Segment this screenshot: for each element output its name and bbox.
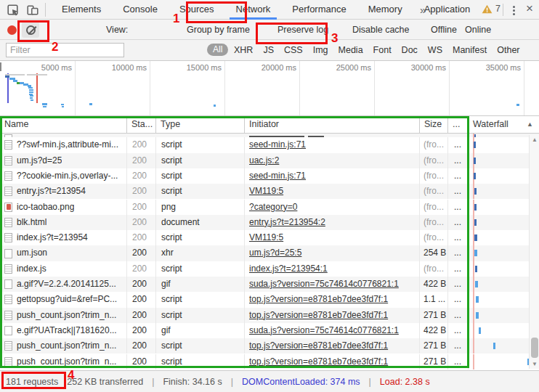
time-cell[interactable]: ... bbox=[448, 292, 469, 307]
sort-ascending-icon[interactable]: ▲ bbox=[527, 116, 533, 133]
request-name-cell[interactable]: e.gif?UATrack||7181620... bbox=[0, 323, 127, 338]
request-name-cell[interactable]: ico-taobao.png bbox=[0, 200, 127, 215]
filter-type-media[interactable]: Media bbox=[339, 45, 363, 55]
time-cell[interactable]: ... bbox=[448, 230, 469, 245]
initiator-cell[interactable]: top.js?version=e8781eb7dee3fd7f:1 bbox=[245, 308, 420, 323]
time-cell[interactable]: ... bbox=[448, 245, 469, 261]
type-cell[interactable]: script bbox=[156, 137, 245, 152]
tab-sources[interactable]: Sources bbox=[169, 0, 225, 20]
time-cell[interactable]: ... bbox=[448, 153, 469, 168]
initiator-cell[interactable]: VM119:5 bbox=[245, 230, 420, 245]
type-cell[interactable]: xhr bbox=[156, 245, 245, 261]
request-name-cell[interactable]: ??cookie-min.js,overlay-... bbox=[0, 168, 127, 184]
filter-type-css[interactable]: CSS bbox=[284, 45, 303, 55]
size-cell[interactable]: (fro... bbox=[420, 261, 448, 277]
initiator-cell[interactable]: index.js?t=213954:1 bbox=[245, 261, 420, 277]
disable-cache-label[interactable]: Disable cache bbox=[352, 25, 410, 35]
size-cell[interactable]: 1.1 ... bbox=[420, 292, 448, 307]
close-icon[interactable]: × bbox=[523, 1, 536, 16]
size-cell[interactable]: 254 B bbox=[420, 245, 448, 261]
initiator-cell[interactable]: seed-min.js:71 bbox=[245, 137, 420, 152]
table-row[interactable]: ??swf-min.js,attribute-mi...200scriptsee… bbox=[0, 137, 539, 152]
status-cell[interactable]: 200 bbox=[127, 323, 156, 338]
request-name-cell[interactable]: entry.js?t=213954 bbox=[0, 184, 127, 199]
time-cell[interactable]: ... bbox=[448, 338, 469, 354]
record-button[interactable] bbox=[7, 25, 17, 35]
initiator-cell[interactable]: top.js?version=e8781eb7dee3fd7f:1 bbox=[245, 354, 420, 369]
request-name-cell[interactable]: push_count.json?trim_n... bbox=[0, 308, 127, 323]
status-cell[interactable]: 200 bbox=[127, 354, 156, 369]
initiator-cell[interactable]: uac.js:2 bbox=[245, 153, 420, 168]
devtools-menu-icon[interactable] bbox=[508, 5, 519, 15]
table-row[interactable]: gettopsug?uid=&ref=PC...200scripttop.js?… bbox=[0, 292, 539, 307]
network-overview-timeline[interactable]: 5000 ms10000 ms15000 ms20000 ms25000 ms3… bbox=[0, 61, 539, 116]
type-cell[interactable]: script bbox=[156, 308, 245, 323]
status-cell[interactable]: 200 bbox=[127, 184, 156, 199]
time-cell[interactable]: ... bbox=[448, 184, 469, 199]
type-cell[interactable]: script bbox=[156, 261, 245, 277]
scrollbar-thumb[interactable] bbox=[531, 338, 538, 358]
table-row[interactable]: blk.html200documententry.js?t=213954:2(f… bbox=[0, 215, 539, 230]
initiator-link[interactable]: VM119:5 bbox=[249, 186, 283, 196]
type-cell[interactable]: document bbox=[156, 215, 245, 230]
type-cell[interactable]: script bbox=[156, 230, 245, 245]
status-cell[interactable]: 200 bbox=[127, 200, 156, 215]
size-cell[interactable]: 271 B bbox=[420, 308, 448, 323]
status-cell[interactable]: 200 bbox=[127, 338, 156, 354]
initiator-cell[interactable]: entry.js?t=213954:2 bbox=[245, 215, 420, 230]
inspect-element-icon[interactable] bbox=[7, 4, 20, 17]
request-name-cell[interactable]: um.js?d=25 bbox=[0, 153, 127, 168]
type-cell[interactable]: script bbox=[156, 184, 245, 199]
request-name-cell[interactable]: push_count.json?trim_n... bbox=[0, 354, 127, 369]
tab-memory[interactable]: Memory bbox=[357, 0, 413, 20]
initiator-link[interactable]: top.js?version=e8781eb7dee3fd7f:1 bbox=[249, 356, 388, 367]
size-cell[interactable]: (fro... bbox=[420, 137, 448, 152]
initiator-link[interactable]: top.js?version=e8781eb7dee3fd7f:1 bbox=[249, 340, 388, 351]
size-cell[interactable]: (fro... bbox=[420, 230, 448, 245]
status-cell[interactable]: 200 bbox=[127, 277, 156, 292]
time-cell[interactable]: ... bbox=[448, 323, 469, 338]
initiator-link[interactable]: top.js?version=e8781eb7dee3fd7f:1 bbox=[249, 310, 388, 320]
time-cell[interactable]: ... bbox=[448, 261, 469, 277]
initiator-link[interactable]: seed-min.js:71 bbox=[249, 139, 306, 150]
status-cell[interactable]: 200 bbox=[127, 308, 156, 323]
size-cell[interactable]: 271 B bbox=[420, 354, 448, 369]
initiator-link[interactable]: index.js?t=213954:1 bbox=[249, 264, 328, 274]
table-row[interactable]: um.json200xhrum.js?d=25:5254 B... bbox=[0, 245, 539, 261]
time-cell[interactable]: ... bbox=[448, 168, 469, 184]
column-header-waterfall[interactable]: Waterfall▲ bbox=[469, 116, 539, 133]
size-cell[interactable]: (fro... bbox=[420, 184, 448, 199]
column-header-sta[interactable]: Sta... bbox=[127, 116, 156, 133]
tab-network[interactable]: Network bbox=[225, 0, 282, 20]
type-cell[interactable]: script bbox=[156, 168, 245, 184]
initiator-link[interactable]: entry.js?t=213954:2 bbox=[249, 217, 325, 227]
time-cell[interactable]: ... bbox=[448, 277, 469, 292]
table-row[interactable]: a.gif?V=2.2.4.20141125...200gifsuda.js?v… bbox=[0, 277, 539, 292]
column-header-type[interactable]: Type bbox=[156, 116, 245, 133]
offline-label[interactable]: Offline bbox=[431, 25, 457, 35]
tab-console[interactable]: Console bbox=[112, 0, 169, 20]
filter-type-manifest[interactable]: Manifest bbox=[453, 45, 487, 55]
table-row[interactable]: ico-taobao.png200png?category=0(fro.....… bbox=[0, 200, 539, 215]
initiator-cell[interactable]: VM119:5 bbox=[245, 184, 420, 199]
table-row[interactable]: push_count.json?trim_n...200scripttop.js… bbox=[0, 338, 539, 354]
filter-input[interactable] bbox=[6, 43, 124, 57]
filter-type-font[interactable]: Font bbox=[373, 45, 392, 55]
filter-type-other[interactable]: Other bbox=[497, 45, 519, 55]
scroll-up-icon[interactable]: ▲ bbox=[530, 136, 539, 143]
initiator-link[interactable]: ?category=0 bbox=[249, 202, 297, 212]
initiator-cell[interactable]: top.js?version=e8781eb7dee3fd7f:1 bbox=[245, 292, 420, 307]
request-name-cell[interactable]: index.js bbox=[0, 261, 127, 277]
request-name-cell[interactable]: index.js?t=213954 bbox=[0, 230, 127, 245]
initiator-link[interactable]: seed-min.js:71 bbox=[249, 171, 306, 181]
status-cell[interactable]: 200 bbox=[127, 215, 156, 230]
type-cell[interactable]: script bbox=[156, 354, 245, 369]
table-row[interactable]: push_count.json?trim_n...200scripttop.js… bbox=[0, 354, 539, 369]
initiator-cell[interactable]: top.js?version=e8781eb7dee3fd7f:1 bbox=[245, 338, 420, 354]
scroll-down-icon[interactable]: ▼ bbox=[530, 361, 539, 367]
initiator-cell[interactable]: seed-min.js:71 bbox=[245, 168, 420, 184]
type-cell[interactable]: script bbox=[156, 338, 245, 354]
time-cell[interactable]: ... bbox=[448, 354, 469, 369]
initiator-cell[interactable]: suda.js?version=75c74614c0776821:1 bbox=[245, 323, 420, 338]
size-cell[interactable]: (fro... bbox=[420, 168, 448, 184]
